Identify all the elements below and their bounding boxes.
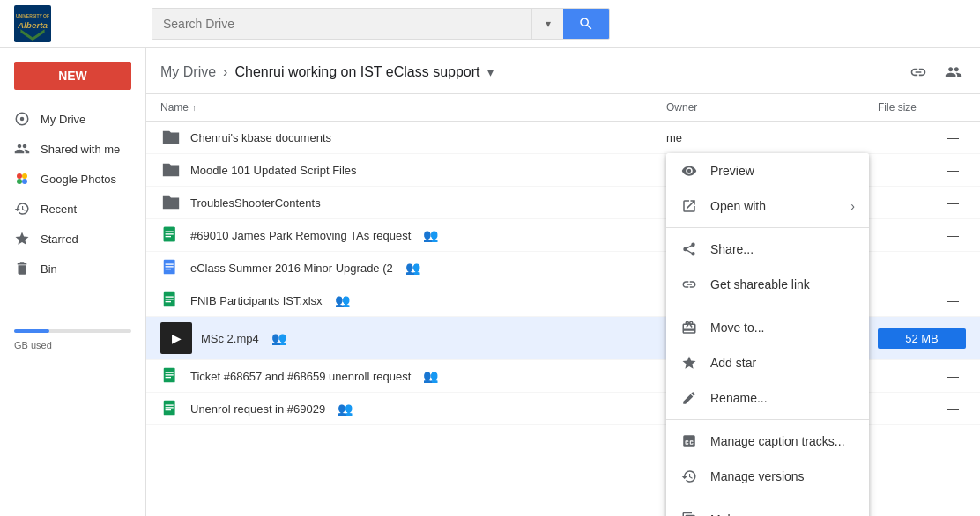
- sidebar-item-shared-with-me[interactable]: Shared with me: [0, 134, 138, 164]
- file-name: Chenrui's kbase documents: [190, 131, 331, 144]
- menu-divider: [666, 498, 869, 498]
- sidebar-item-label: My Drive: [41, 113, 85, 126]
- file-name-cell: #69010 James Park Removing TAs request 👥: [160, 225, 666, 246]
- search-bar: ▾: [152, 8, 610, 40]
- svg-text:Alberta: Alberta: [17, 19, 48, 29]
- file-size: —: [878, 370, 966, 383]
- shared-icon: 👥: [423, 369, 438, 383]
- svg-rect-15: [166, 263, 174, 264]
- file-name-cell: Moodle 101 Updated Script Files: [160, 159, 666, 181]
- search-input[interactable]: [152, 9, 531, 39]
- folder-icon: [160, 127, 182, 148]
- svg-rect-13: [166, 236, 171, 237]
- file-name-cell: TroublesShooterContents: [160, 192, 666, 213]
- file-name-cell: FNIB Participants IST.xlsx 👥: [160, 290, 666, 311]
- new-button[interactable]: NEW: [14, 62, 131, 90]
- breadcrumb: My Drive › Chenrui working on IST eClass…: [146, 48, 980, 94]
- search-dropdown-button[interactable]: ▾: [531, 8, 563, 40]
- submenu-arrow: ›: [850, 199, 855, 213]
- versions-icon: [680, 468, 698, 485]
- menu-item-label: Move to...: [710, 321, 855, 335]
- sidebar-item-label: Recent: [41, 203, 77, 216]
- sidebar-item-label: Google Photos: [41, 173, 116, 186]
- menu-item-label: Make a copy: [710, 512, 855, 516]
- photos-icon: [14, 171, 30, 187]
- link-icon: [680, 276, 698, 293]
- sheets-icon: [160, 225, 182, 246]
- context-menu: Preview Open with › Share...: [666, 153, 869, 516]
- starred-icon: [14, 231, 30, 247]
- menu-item-label: Share...: [710, 242, 855, 256]
- file-name: eClass Summer 2016 Minor Upgrade (2: [190, 262, 393, 275]
- file-name-cell: ▶ MSc 2.mp4 👥: [160, 322, 666, 354]
- svg-text:UNIVERSITY OF: UNIVERSITY OF: [16, 13, 49, 18]
- storage-text: GB used: [14, 340, 52, 350]
- menu-divider: [666, 306, 869, 306]
- sidebar-item-google-photos[interactable]: Google Photos: [0, 164, 138, 194]
- file-size: —: [878, 131, 966, 144]
- breadcrumb-separator: ›: [223, 64, 227, 80]
- file-name: #69010 James Park Removing TAs request: [190, 229, 411, 242]
- sidebar-item-recent[interactable]: Recent: [0, 194, 138, 224]
- sidebar-item-bin[interactable]: Bin: [0, 254, 138, 284]
- menu-item-get-link[interactable]: Get shareable link: [666, 267, 869, 302]
- shared-icon: [14, 141, 30, 157]
- sheets-icon: [160, 365, 182, 387]
- breadcrumb-my-drive[interactable]: My Drive: [160, 64, 216, 80]
- svg-rect-25: [166, 377, 171, 378]
- link-button[interactable]: [906, 60, 931, 85]
- menu-item-rename[interactable]: Rename...: [666, 380, 869, 416]
- recent-icon: [14, 201, 30, 217]
- menu-item-label: Manage caption tracks...: [710, 434, 855, 448]
- filesize-column-header: File size: [878, 101, 966, 114]
- breadcrumb-current-folder: Chenrui working on IST eClass support: [234, 64, 479, 80]
- menu-item-label: Add star: [710, 356, 855, 370]
- link-icon: [909, 63, 927, 81]
- menu-item-share[interactable]: Share...: [666, 232, 869, 267]
- drive-icon: [14, 111, 30, 127]
- file-size: —: [878, 196, 966, 210]
- svg-rect-27: [166, 404, 174, 405]
- menu-item-make-copy[interactable]: Make a copy: [666, 502, 869, 516]
- menu-item-label: Rename...: [710, 391, 855, 405]
- rename-icon: [680, 389, 698, 407]
- file-name: FNIB Participants IST.xlsx: [190, 294, 323, 307]
- storage-container: GB used: [0, 319, 145, 362]
- bin-icon: [14, 261, 30, 276]
- svg-point-4: [20, 117, 25, 122]
- name-column-header[interactable]: Name ↑: [160, 101, 666, 114]
- svg-rect-12: [166, 233, 174, 234]
- svg-rect-23: [166, 372, 174, 372]
- breadcrumb-actions: [906, 60, 966, 85]
- logo: UNIVERSITY OF Alberta: [14, 5, 137, 42]
- play-overlay: ▶: [160, 322, 192, 354]
- svg-rect-16: [166, 266, 174, 267]
- layout: NEW My Drive Shared with me: [0, 48, 980, 516]
- open-icon: [680, 197, 698, 215]
- menu-item-manage-captions[interactable]: Manage caption tracks...: [666, 424, 869, 459]
- move-icon: [680, 319, 698, 336]
- file-name: Unenrol request in #69029: [190, 402, 325, 416]
- table-row[interactable]: Chenrui's kbase documents me —: [146, 122, 980, 154]
- sidebar-item-my-drive[interactable]: My Drive: [0, 104, 138, 134]
- menu-item-move-to[interactable]: Move to...: [666, 310, 869, 345]
- menu-item-open-with[interactable]: Open with ›: [666, 188, 869, 224]
- sidebar-item-starred[interactable]: Starred: [0, 224, 138, 254]
- breadcrumb-dropdown-button[interactable]: ▾: [487, 65, 494, 79]
- file-size: —: [878, 262, 966, 275]
- file-name: Ticket #68657 and #68659 unenroll reques…: [190, 370, 411, 383]
- people-button[interactable]: [941, 60, 966, 85]
- share-icon: [680, 240, 698, 258]
- menu-item-preview[interactable]: Preview: [666, 153, 869, 188]
- captions-icon: [680, 432, 698, 450]
- file-name-cell: Chenrui's kbase documents: [160, 127, 666, 148]
- svg-rect-11: [166, 231, 174, 232]
- svg-rect-19: [166, 296, 174, 297]
- search-submit-button[interactable]: [563, 8, 609, 40]
- people-icon: [945, 63, 962, 81]
- svg-rect-28: [166, 407, 174, 408]
- sidebar-item-label: Starred: [41, 232, 78, 246]
- menu-item-manage-versions[interactable]: Manage versions: [666, 459, 869, 494]
- file-name: Moodle 101 Updated Script Files: [190, 164, 357, 177]
- menu-item-add-star[interactable]: Add star: [666, 345, 869, 380]
